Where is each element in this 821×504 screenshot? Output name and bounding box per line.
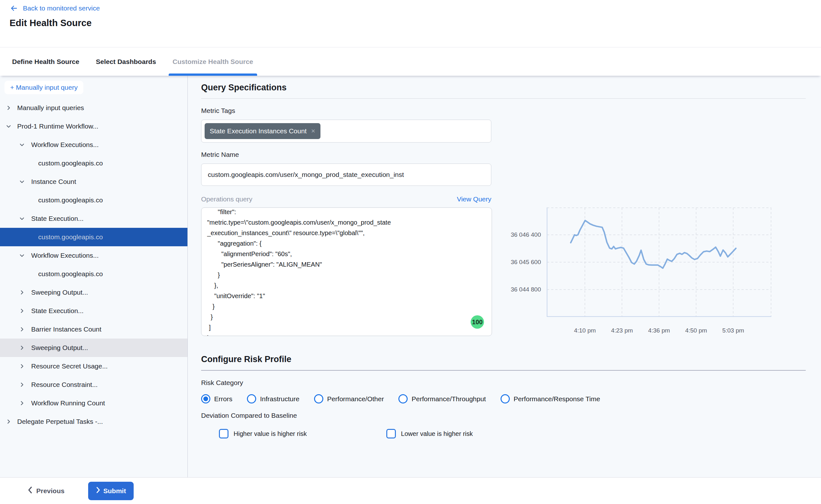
tree-item-label: Delegate Perpetual Tasks -... — [17, 418, 103, 425]
radio-label: Errors — [214, 395, 232, 403]
deviation-label: Deviation Compared to Baseline — [201, 412, 806, 419]
tree-item-resource-constraint[interactable]: Resource Constraint... — [0, 375, 187, 394]
tree-item-instance-count[interactable]: Instance Count — [0, 172, 187, 191]
tab-define-health-source[interactable]: Define Health Source — [4, 47, 88, 76]
y-tick-label: 36 046 400 — [511, 231, 541, 238]
tree-item-sweeping-output[interactable]: Sweeping Output... — [0, 283, 187, 302]
tree-item-workflow-executions[interactable]: Workflow Executions... — [0, 136, 187, 154]
radio-selected-icon[interactable] — [201, 394, 210, 403]
query-specifications-title: Query Specifications — [201, 83, 806, 93]
back-to-monitored-service-link[interactable]: Back to monitored service — [10, 4, 100, 12]
chart-y-axis-labels: 36 046 40036 045 60036 044 800 — [501, 207, 541, 317]
metric-preview-chart: 36 046 40036 045 60036 044 800 4:10 pm4:… — [501, 203, 781, 340]
section-divider — [201, 98, 806, 99]
tree-item-label: Workflow Running Count — [31, 399, 105, 407]
tree-item-resource-secret-usage[interactable]: Resource Secret Usage... — [0, 357, 187, 375]
tree-item-label: custom.googleapis.co — [38, 159, 103, 167]
chevron-right-icon[interactable] — [18, 308, 25, 314]
x-tick-label: 4:50 pm — [685, 327, 707, 334]
metric-name-value: custom.googleapis.com/user/x_mongo_prod_… — [208, 171, 404, 179]
chevron-right-icon[interactable] — [18, 382, 25, 388]
wizard-footer: Previous Submit — [0, 477, 821, 504]
chevron-right-icon[interactable] — [18, 345, 25, 351]
main-panel: Query Specifications Metric Tags State E… — [188, 76, 821, 477]
chevron-right-icon[interactable] — [5, 105, 12, 111]
tree-item-delegate-perpetual-tasks[interactable]: Delegate Perpetual Tasks -... — [0, 412, 187, 431]
chevron-right-icon[interactable] — [18, 363, 25, 369]
checkbox-label: Higher value is higher risk — [234, 430, 307, 437]
tree-item-label: Workflow Executions... — [31, 252, 99, 259]
operations-query-text: "filter": "metric.type=\"custom.googleap… — [207, 207, 486, 336]
deviation-checkbox-lower-value-is-higher-risk[interactable]: Lower value is higher risk — [386, 429, 473, 438]
tree-item-barrier-instances-count[interactable]: Barrier Instances Count — [0, 320, 187, 339]
tree-item-state-execution[interactable]: State Execution... — [0, 302, 187, 320]
wizard-tabs: Define Health SourceSelect DashboardsCus… — [0, 47, 821, 76]
query-score-badge: 100 — [471, 315, 484, 329]
remove-tag-icon[interactable]: × — [311, 127, 315, 135]
deviation-checkbox-higher-value-is-higher-risk[interactable]: Higher value is higher risk — [219, 429, 307, 438]
chevron-right-icon[interactable] — [5, 419, 12, 424]
chevron-right-icon[interactable] — [18, 326, 25, 332]
chevron-right-icon[interactable] — [18, 290, 25, 295]
tree-item-manually-input-queries[interactable]: Manually input queries — [0, 99, 187, 117]
radio-label: Performance/Throughput — [411, 395, 486, 403]
previous-button[interactable]: Previous — [27, 487, 65, 495]
chevron-down-icon[interactable] — [18, 179, 25, 185]
chevron-down-icon[interactable] — [5, 123, 12, 129]
metric-tag-chip-label: State Execution Instances Count — [210, 127, 307, 135]
x-tick-label: 5:03 pm — [722, 327, 744, 334]
risk-radio-performance-throughput[interactable]: Performance/Throughput — [398, 394, 486, 403]
metric-tags-input[interactable]: State Execution Instances Count × — [201, 120, 491, 143]
view-query-link[interactable]: View Query — [457, 195, 491, 203]
tree-item-custom-googleapis-co[interactable]: custom.googleapis.co — [0, 154, 187, 172]
operations-query-editor[interactable]: "filter": "metric.type=\"custom.googleap… — [201, 207, 492, 336]
checkbox-unchecked-icon[interactable] — [219, 429, 228, 438]
query-tree-sidebar: + Manually input query Manually input qu… — [0, 76, 188, 477]
metric-name-label: Metric Name — [201, 151, 806, 158]
chevron-down-icon[interactable] — [18, 253, 25, 258]
tree-item-custom-googleapis-co[interactable]: custom.googleapis.co — [0, 191, 187, 209]
back-link-label: Back to monitored service — [23, 4, 100, 12]
risk-radio-errors[interactable]: Errors — [201, 394, 232, 403]
tree-item-label: Workflow Executions... — [31, 141, 99, 149]
tab-select-dashboards[interactable]: Select Dashboards — [88, 47, 164, 76]
tree-item-workflow-executions[interactable]: Workflow Executions... — [0, 246, 187, 265]
radio-unselected-icon[interactable] — [314, 394, 323, 403]
risk-category-label: Risk Category — [201, 379, 806, 387]
back-arrow-icon — [10, 4, 18, 12]
radio-unselected-icon[interactable] — [247, 394, 256, 403]
x-tick-label: 4:23 pm — [611, 327, 633, 334]
chevron-down-icon[interactable] — [18, 142, 25, 148]
chevron-right-icon[interactable] — [18, 400, 25, 406]
tab-customize-health-source[interactable]: Customize Health Source — [164, 47, 261, 76]
tree-item-prod-1-runtime-workflow[interactable]: Prod-1 Runtime Workflow... — [0, 117, 187, 136]
checkbox-label: Lower value is higher risk — [401, 430, 473, 437]
add-manual-query-button[interactable]: + Manually input query — [4, 81, 83, 94]
risk-radio-performance-response-time[interactable]: Performance/Response Time — [501, 394, 600, 403]
risk-radio-performance-other[interactable]: Performance/Other — [314, 394, 384, 403]
metric-line-series — [571, 221, 736, 268]
tree-item-state-execution[interactable]: State Execution... — [0, 209, 187, 228]
y-tick-label: 36 044 800 — [511, 286, 541, 293]
configure-risk-profile-title: Configure Risk Profile — [201, 354, 806, 364]
metric-name-input[interactable]: custom.googleapis.com/user/x_mongo_prod_… — [201, 164, 491, 186]
tree-item-label: Sweeping Output... — [31, 289, 88, 296]
tree-item-sweeping-output[interactable]: Sweeping Output... — [0, 339, 187, 357]
radio-unselected-icon[interactable] — [501, 394, 510, 403]
submit-button[interactable]: Submit — [88, 482, 134, 500]
tree-item-label: Resource Constraint... — [31, 381, 98, 389]
previous-button-label: Previous — [36, 487, 65, 495]
chevron-down-icon[interactable] — [18, 216, 25, 221]
radio-unselected-icon[interactable] — [398, 394, 408, 403]
tree-item-workflow-running-count[interactable]: Workflow Running Count — [0, 394, 187, 412]
tree-item-label: Instance Count — [31, 178, 76, 185]
tree-item-custom-googleapis-co[interactable]: custom.googleapis.co — [0, 228, 187, 246]
page-header: Back to monitored service Edit Health So… — [0, 0, 821, 47]
chart-x-axis-labels: 4:10 pm4:23 pm4:36 pm4:50 pm5:03 pm — [501, 327, 781, 340]
checkbox-unchecked-icon[interactable] — [386, 429, 396, 438]
chevron-left-icon — [27, 487, 32, 495]
y-tick-label: 36 045 600 — [511, 259, 541, 266]
risk-radio-infrastructure[interactable]: Infrastructure — [247, 394, 299, 403]
deviation-options: Higher value is higher riskLower value i… — [201, 429, 806, 438]
tree-item-custom-googleapis-co[interactable]: custom.googleapis.co — [0, 265, 187, 283]
